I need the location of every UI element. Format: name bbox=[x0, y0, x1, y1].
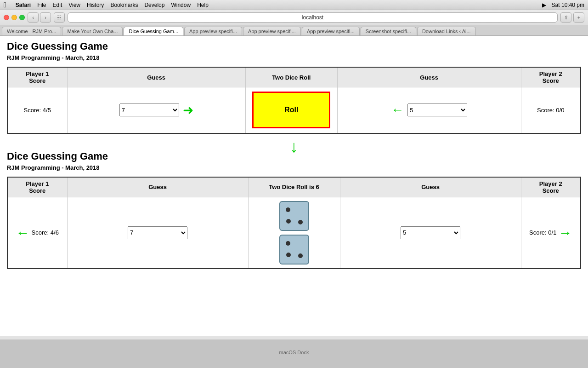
minimize-button[interactable] bbox=[11, 15, 17, 20]
browser-tabs: Welcome - RJM Pro... Make Your Own Cha..… bbox=[0, 25, 588, 35]
nav-buttons: ‹ › bbox=[28, 12, 51, 23]
player2-score-cell-2: Score: 0/1 → bbox=[521, 197, 581, 269]
dot bbox=[286, 207, 290, 212]
dot bbox=[286, 219, 291, 224]
dot bbox=[298, 253, 303, 258]
tab-app-preview-2[interactable]: App preview specifi... bbox=[243, 27, 301, 35]
player1-score: Score: 4/5 bbox=[24, 107, 51, 114]
table-header-row-2: Player 1Score Guess Two Dice Roll is 6 G… bbox=[7, 177, 581, 197]
address-bar[interactable]: localhost bbox=[68, 12, 558, 23]
page-subtitle-2: RJM Programming - March, 2018 bbox=[7, 164, 581, 171]
apple-menu[interactable]:  bbox=[4, 1, 6, 9]
game-section-2: Dice Guessing Game RJM Programming - Mar… bbox=[7, 150, 581, 269]
player2-score-2: Score: 0/1 bbox=[529, 229, 556, 236]
player1-guess-cell-2: 23456789101112 bbox=[67, 197, 248, 269]
edit-menu[interactable]: Edit bbox=[53, 2, 62, 8]
table-header-row-1: Player 1Score Guess Two Dice Roll Guess … bbox=[7, 67, 581, 87]
safari-menu[interactable]: Safari bbox=[16, 2, 31, 8]
table-row-2: ← Score: 4/6 23456789101112 bbox=[7, 197, 581, 269]
header-guess-1: Guess bbox=[67, 67, 245, 87]
tab-dice-game[interactable]: Dice Guessing Gam... bbox=[124, 27, 183, 35]
mac-menu-items: Safari File Edit View History Bookmarks … bbox=[16, 2, 209, 8]
die-2 bbox=[279, 235, 309, 264]
toolbar-right-buttons: ⇧ + bbox=[560, 12, 584, 23]
dot bbox=[286, 241, 290, 246]
player2-guess-inner-2: 23456789101112 bbox=[342, 226, 519, 239]
airplay-icon: ▶ bbox=[542, 2, 546, 8]
dice-container bbox=[250, 201, 338, 264]
player1-score-cell-2: ← Score: 4/6 bbox=[7, 197, 67, 269]
down-arrow-container: ↓ bbox=[7, 138, 581, 155]
player2-arrow-left: ← bbox=[391, 103, 404, 117]
mac-menu-bar:  Safari File Edit View History Bookmark… bbox=[0, 0, 588, 10]
maximize-button[interactable] bbox=[19, 15, 25, 20]
page-subtitle-1: RJM Programming - March, 2018 bbox=[7, 54, 581, 61]
forward-button[interactable]: › bbox=[40, 12, 51, 23]
header2-guess-1: Guess bbox=[67, 177, 248, 197]
page-content: Dice Guessing Game RJM Programming - Mar… bbox=[0, 36, 588, 339]
file-menu[interactable]: File bbox=[37, 2, 46, 8]
back-button[interactable]: ‹ bbox=[28, 12, 39, 23]
header2-roll: Two Dice Roll is 6 bbox=[248, 177, 340, 197]
table-row-1: Score: 4/5 23456789101112 ➜ Roll bbox=[7, 87, 581, 133]
header2-guess-2: Guess bbox=[340, 177, 521, 197]
player1-score-cell: Score: 4/5 bbox=[7, 87, 67, 133]
url-text: localhost bbox=[302, 14, 323, 21]
player2-guess-select-2[interactable]: 23456789101112 bbox=[401, 226, 460, 239]
player2-score-area: Score: 0/1 → bbox=[523, 225, 579, 241]
player2-score: Score: 0/0 bbox=[537, 107, 564, 114]
header2-player1-score: Player 1Score bbox=[7, 177, 67, 197]
game-section-1: Dice Guessing Game RJM Programming - Mar… bbox=[7, 40, 581, 134]
tab-app-preview-1[interactable]: App preview specifi... bbox=[184, 27, 242, 35]
show-all-tabs-button[interactable]: ☷ bbox=[54, 12, 65, 23]
down-arrow-icon: ↓ bbox=[290, 137, 298, 156]
header2-player2-score: Player 2Score bbox=[521, 177, 581, 197]
tab-make-own[interactable]: Make Your Own Cha... bbox=[62, 27, 123, 35]
die2-dots bbox=[280, 236, 308, 264]
player2-guess-cell: ← 23456789101112 bbox=[337, 87, 521, 133]
player2-arrow-right-2: → bbox=[558, 225, 572, 241]
player2-guess-inner: ← 23456789101112 bbox=[339, 103, 519, 117]
dock: macOS Dock bbox=[0, 336, 588, 339]
develop-menu[interactable]: Develop bbox=[144, 2, 164, 8]
share-button[interactable]: ⇧ bbox=[560, 12, 571, 23]
player1-score-area: ← Score: 4/6 bbox=[10, 225, 65, 241]
history-menu[interactable]: History bbox=[87, 2, 104, 8]
player2-guess-cell-2: 23456789101112 bbox=[340, 197, 521, 269]
browser-toolbar: ‹ › ☷ localhost ⇧ + bbox=[0, 10, 588, 25]
player1-guess-inner-2: 23456789101112 bbox=[69, 226, 246, 239]
traffic-lights bbox=[4, 15, 25, 20]
roll-button[interactable]: Roll bbox=[252, 92, 330, 128]
player1-arrow-left-2: ← bbox=[16, 225, 30, 241]
tab-screenshot[interactable]: Screenshot specifi... bbox=[361, 27, 416, 35]
dot bbox=[298, 220, 303, 224]
player1-guess-cell: 23456789101112 ➜ bbox=[67, 87, 245, 133]
new-tab-button[interactable]: + bbox=[573, 12, 584, 23]
bookmarks-menu[interactable]: Bookmarks bbox=[110, 2, 138, 8]
tab-welcome[interactable]: Welcome - RJM Pro... bbox=[2, 27, 61, 35]
close-button[interactable] bbox=[4, 15, 9, 20]
header-player2-score: Player 2Score bbox=[521, 67, 581, 87]
tab-download[interactable]: Download Links ‹ Ai... bbox=[417, 27, 476, 35]
game-table-2: Player 1Score Guess Two Dice Roll is 6 G… bbox=[7, 177, 581, 269]
die1-dots bbox=[280, 202, 308, 230]
player1-guess-select[interactable]: 23456789101112 bbox=[119, 104, 179, 116]
browser-chrome: ‹ › ☷ localhost ⇧ + Welcome - RJM Pro...… bbox=[0, 10, 588, 36]
player2-guess-select[interactable]: 23456789101112 bbox=[407, 104, 467, 116]
clock: Sat 10:40 pm bbox=[552, 2, 584, 8]
tab-app-preview-3[interactable]: App preview specifi... bbox=[302, 27, 360, 35]
dice-display-cell bbox=[248, 197, 340, 269]
help-menu[interactable]: Help bbox=[197, 2, 209, 8]
player1-guess-inner: 23456789101112 ➜ bbox=[69, 103, 243, 118]
player2-score-cell: Score: 0/0 bbox=[521, 87, 581, 133]
page-title-1: Dice Guessing Game bbox=[7, 40, 581, 52]
dot bbox=[286, 253, 291, 257]
game-table-1: Player 1Score Guess Two Dice Roll Guess … bbox=[7, 67, 581, 134]
window-menu[interactable]: Window bbox=[171, 2, 191, 8]
roll-cell: Roll bbox=[245, 87, 337, 133]
header-player1-score: Player 1Score bbox=[7, 67, 67, 87]
mac-status-area: ▶ Sat 10:40 pm bbox=[542, 2, 584, 8]
player1-guess-select-2[interactable]: 23456789101112 bbox=[128, 226, 187, 239]
view-menu[interactable]: View bbox=[68, 2, 80, 8]
player1-score-2: Score: 4/6 bbox=[32, 229, 59, 236]
